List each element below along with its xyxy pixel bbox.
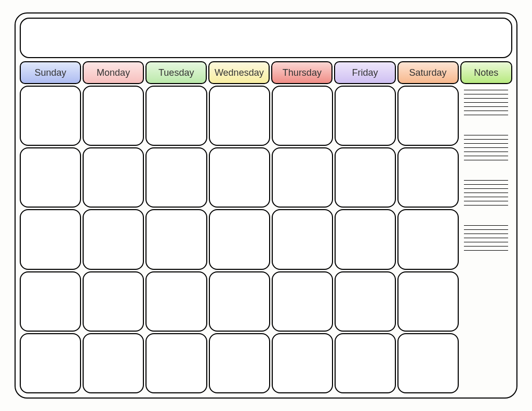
- note-line: [464, 139, 508, 140]
- header-saturday: Saturday: [397, 61, 459, 84]
- day-cell: [272, 333, 333, 393]
- note-line: [464, 180, 508, 181]
- note-line: [464, 90, 508, 90]
- notes-section: [464, 135, 508, 160]
- header-label: Tuesday: [158, 67, 194, 78]
- notes-column: [461, 86, 512, 393]
- header-label: Thursday: [283, 67, 322, 78]
- day-cell: [83, 147, 144, 208]
- note-line: [464, 160, 508, 160]
- day-cell: [145, 271, 207, 332]
- header-label: Monday: [97, 67, 130, 78]
- day-cell: [145, 86, 207, 146]
- day-cell: [272, 86, 333, 146]
- note-line: [464, 188, 508, 189]
- day-cell: [335, 209, 396, 269]
- day-cell: [83, 209, 144, 269]
- note-line: [464, 238, 508, 238]
- note-line: [464, 115, 508, 115]
- note-line: [464, 201, 508, 201]
- day-cell: [335, 333, 396, 393]
- note-line: [464, 242, 508, 242]
- note-line: [464, 205, 508, 206]
- day-cell: [335, 147, 396, 208]
- note-line: [464, 152, 508, 152]
- header-thursday: Thursday: [271, 61, 332, 84]
- note-line: [464, 250, 508, 251]
- note-line: [464, 94, 508, 94]
- day-cell: [272, 209, 333, 269]
- note-line: [464, 184, 508, 185]
- note-line: [464, 197, 508, 197]
- day-cell: [145, 209, 207, 269]
- day-cell: [20, 333, 81, 393]
- note-line: [464, 135, 508, 135]
- note-line: [464, 102, 508, 103]
- note-line: [464, 234, 508, 234]
- day-cell: [272, 147, 333, 208]
- notes-section: [464, 225, 508, 251]
- header-notes: Notes: [460, 61, 512, 84]
- day-cell: [145, 147, 207, 208]
- header-label: Notes: [474, 67, 498, 78]
- header-tuesday: Tuesday: [145, 61, 207, 84]
- note-line: [464, 225, 508, 226]
- day-cell: [20, 147, 81, 208]
- title-box: [20, 18, 512, 58]
- notes-section: [464, 90, 508, 115]
- day-cell: [397, 147, 459, 208]
- note-line: [464, 143, 508, 144]
- calendar-frame: Sunday Monday Tuesday Wednesday Thursday…: [15, 12, 517, 399]
- header-label: Sunday: [35, 67, 66, 78]
- day-cell: [335, 271, 396, 332]
- note-line: [464, 98, 508, 99]
- day-cell: [335, 86, 396, 146]
- note-line: [464, 229, 508, 230]
- header-wednesday: Wednesday: [208, 61, 270, 84]
- note-line: [464, 111, 508, 111]
- header-label: Friday: [352, 67, 378, 78]
- note-line: [464, 156, 508, 156]
- day-cell: [272, 271, 333, 332]
- header-monday: Monday: [83, 61, 144, 84]
- note-line: [464, 193, 508, 193]
- day-cell: [145, 333, 207, 393]
- day-cell: [397, 333, 459, 393]
- grid-notes-wrap: [20, 86, 512, 393]
- day-cell: [209, 147, 270, 208]
- section-gap: [464, 211, 508, 220]
- day-cell: [397, 86, 459, 146]
- note-line: [464, 246, 508, 246]
- header-label: Wednesday: [215, 67, 264, 78]
- day-cell: [209, 271, 270, 332]
- calendar-body: Sunday Monday Tuesday Wednesday Thursday…: [20, 61, 512, 393]
- notes-section: [464, 180, 508, 206]
- day-cell: [209, 209, 270, 269]
- section-gap: [464, 120, 508, 130]
- day-cell: [83, 86, 144, 146]
- day-cell: [83, 333, 144, 393]
- day-cell: [20, 271, 81, 332]
- note-line: [464, 106, 508, 107]
- days-grid: [20, 86, 459, 393]
- section-gap: [464, 166, 508, 175]
- day-cell: [397, 271, 459, 332]
- day-cell: [209, 86, 270, 146]
- day-cell: [20, 209, 81, 269]
- header-row: Sunday Monday Tuesday Wednesday Thursday…: [20, 61, 512, 84]
- day-cell: [397, 209, 459, 269]
- day-cell: [20, 86, 81, 146]
- day-cell: [209, 333, 270, 393]
- day-cell: [83, 271, 144, 332]
- header-friday: Friday: [334, 61, 395, 84]
- header-label: Saturday: [409, 67, 447, 78]
- header-sunday: Sunday: [20, 61, 81, 84]
- note-line: [464, 147, 508, 148]
